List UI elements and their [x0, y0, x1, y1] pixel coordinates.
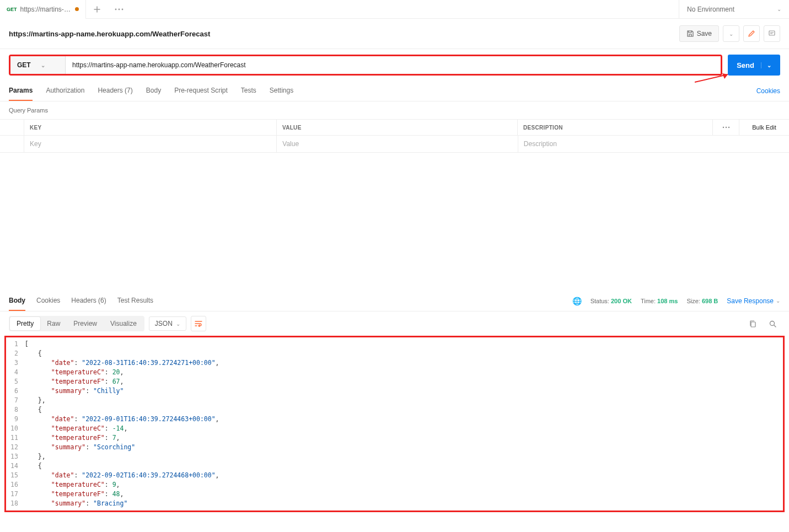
status-value: 200 OK [611, 298, 632, 304]
svg-point-1 [119, 8, 120, 10]
wrap-toggle-button[interactable] [191, 316, 206, 331]
tab-settings[interactable]: Settings [270, 81, 293, 101]
send-label: Send [737, 61, 754, 69]
copy-button[interactable] [745, 316, 760, 331]
qp-more-button[interactable] [713, 120, 739, 135]
tab-more-button[interactable] [108, 0, 130, 19]
time-value: 108 ms [657, 298, 678, 304]
request-tab[interactable]: GET https://martins-app-na [0, 0, 86, 19]
response-meta: 🌐 Status: 200 OK Time: 108 ms Size: 698 … [572, 297, 780, 305]
query-params-table: KEY VALUE DESCRIPTION Bulk Edit [0, 119, 789, 153]
http-method-select[interactable]: GET ⌄ [10, 56, 66, 74]
tab-headers[interactable]: Headers (7) [98, 81, 132, 101]
resptab-cookies[interactable]: Cookies [36, 291, 60, 311]
tab-body[interactable]: Body [146, 81, 161, 101]
request-title-row: https://martins-app-name.herokuapp.com/W… [0, 19, 789, 49]
svg-point-10 [770, 321, 774, 325]
chevron-down-icon: ⌄ [761, 62, 771, 68]
save-dropdown-button[interactable]: ⌄ [723, 25, 739, 42]
qp-value-input[interactable] [282, 140, 512, 148]
svg-point-6 [722, 127, 723, 128]
request-tabs: Params Authorization Headers (7) Body Pr… [0, 81, 789, 101]
edit-button[interactable] [743, 25, 760, 42]
language-label: JSON [155, 320, 173, 327]
copy-icon [749, 320, 757, 328]
send-button[interactable]: Send ⌄ [728, 55, 780, 76]
tab-authorization[interactable]: Authorization [46, 81, 84, 101]
body-toolbar: Pretty Raw Preview Visualize JSON ⌄ [0, 311, 789, 336]
tab-bar: GET https://martins-app-na No Environmen… [0, 0, 789, 19]
url-input[interactable] [66, 56, 721, 74]
resptab-test-results[interactable]: Test Results [117, 291, 153, 311]
url-row: GET ⌄ Send ⌄ [0, 49, 789, 81]
new-tab-button[interactable] [86, 0, 108, 19]
environment-label: No Environment [687, 6, 734, 13]
http-method-label: GET [17, 61, 31, 69]
view-raw[interactable]: Raw [40, 317, 67, 330]
tab-prerequest[interactable]: Pre-request Script [174, 81, 228, 101]
bulk-edit-button[interactable]: Bulk Edit [739, 120, 789, 135]
comment-icon [768, 30, 776, 37]
view-preview[interactable]: Preview [67, 317, 104, 330]
language-select[interactable]: JSON ⌄ [149, 316, 186, 331]
view-mode-group: Pretty Raw Preview Visualize [9, 316, 144, 331]
qp-description-input[interactable] [524, 140, 707, 148]
chevron-down-icon: ⌄ [776, 298, 780, 304]
svg-rect-9 [751, 322, 755, 327]
resptab-headers[interactable]: Headers (6) [71, 291, 106, 311]
chevron-down-icon: ⌄ [176, 321, 180, 327]
pencil-icon [748, 30, 755, 37]
cookies-link[interactable]: Cookies [756, 87, 780, 95]
size-value: 698 B [702, 298, 718, 304]
query-params-title: Query Params [0, 101, 789, 119]
request-title: https://martins-app-name.herokuapp.com/W… [9, 30, 210, 38]
svg-rect-3 [769, 31, 775, 35]
tab-params[interactable]: Params [9, 81, 33, 101]
qp-key-input[interactable] [30, 140, 271, 148]
wrap-icon [195, 320, 202, 327]
svg-point-7 [725, 127, 726, 128]
svg-line-11 [774, 325, 776, 327]
chevron-down-icon: ⌄ [777, 6, 781, 12]
comment-button[interactable] [764, 25, 780, 42]
qp-header-key: KEY [24, 120, 277, 135]
tab-method: GET [7, 7, 17, 12]
svg-marker-5 [722, 73, 728, 79]
save-label: Save [697, 30, 712, 37]
resptab-body[interactable]: Body [9, 291, 25, 311]
chevron-down-icon: ⌄ [729, 31, 733, 37]
view-pretty[interactable]: Pretty [10, 317, 40, 330]
svg-point-2 [122, 8, 124, 10]
response-tabs: Body Cookies Headers (6) Test Results 🌐 … [0, 291, 789, 311]
view-visualize[interactable]: Visualize [104, 317, 143, 330]
search-icon [769, 320, 777, 328]
svg-point-8 [728, 127, 729, 128]
network-icon: 🌐 [572, 297, 582, 305]
tab-tests[interactable]: Tests [241, 81, 256, 101]
unsaved-dot-icon [75, 7, 79, 11]
tab-title: https://martins-app-na [20, 6, 72, 13]
chevron-down-icon: ⌄ [41, 62, 45, 68]
response-body-annotation: 123456789101112131415161718 [{"date": "2… [4, 336, 785, 512]
environment-select[interactable]: No Environment ⌄ [679, 0, 789, 19]
search-response-button[interactable] [765, 316, 780, 331]
response-body[interactable]: 123456789101112131415161718 [{"date": "2… [6, 337, 783, 510]
save-response-button[interactable]: Save Response ⌄ [727, 297, 780, 305]
qp-header-description: DESCRIPTION [518, 120, 713, 135]
save-icon [686, 30, 694, 37]
svg-point-0 [115, 8, 117, 10]
qp-header-value: VALUE [277, 120, 518, 135]
save-button[interactable]: Save [679, 25, 719, 42]
url-box: GET ⌄ [9, 55, 722, 76]
